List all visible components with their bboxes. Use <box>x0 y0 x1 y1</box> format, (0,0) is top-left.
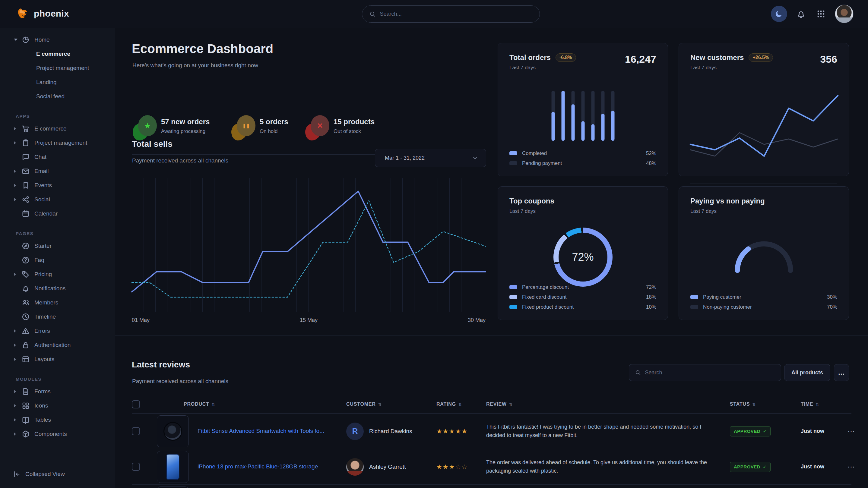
row-checkbox[interactable] <box>132 463 140 471</box>
table-row[interactable]: Fitbit Sense Advanced Smartwatch with To… <box>132 414 851 449</box>
main-content: Ecommerce Dashboard Here's what's going … <box>115 28 868 488</box>
page-title: Ecommerce Dashboard <box>132 42 273 56</box>
product-link[interactable]: Fitbit Sense Advanced Smartwatch with To… <box>197 428 332 434</box>
sidebar-item-notifications[interactable]: Notifications <box>0 281 115 295</box>
star-icon: ★ <box>144 121 151 131</box>
column-label: PRODUCT <box>184 401 209 407</box>
sidebar-item-home[interactable]: Home <box>0 33 115 47</box>
row-select-cell <box>132 427 157 435</box>
sidebar: HomeE commerceProject managementLandingS… <box>0 28 115 488</box>
caret-right-icon <box>14 198 16 201</box>
table-row[interactable]: iPhone 13 pro max-Pacific Blue-128GB sto… <box>132 449 851 485</box>
trend-badge: +26.5% <box>749 53 773 62</box>
column-header-customer: CUSTOMER⇅ <box>346 401 436 407</box>
product-link[interactable]: iPhone 13 pro max-Pacific Blue-128GB sto… <box>197 463 325 469</box>
all-products-button[interactable]: All products <box>784 364 830 381</box>
status-stat: ★57 new ordersAwating processing <box>133 115 210 140</box>
donut-center-value: 72% <box>553 228 613 287</box>
theme-toggle-button[interactable] <box>771 6 787 22</box>
order-bar-track <box>591 91 594 141</box>
latest-reviews-title: Latest reviews <box>132 360 190 369</box>
order-bar-track <box>581 91 585 141</box>
sidebar-item-timeline[interactable]: Timeline <box>0 310 115 324</box>
sidebar-item-e-commerce[interactable]: E commerce <box>0 122 115 136</box>
sidebar-item-layouts[interactable]: Layouts <box>0 352 115 366</box>
sidebar-item-faq[interactable]: Faq <box>0 253 115 267</box>
global-search[interactable] <box>362 5 540 23</box>
gauge-fill <box>737 249 748 270</box>
legend-value: 48% <box>646 160 656 166</box>
brand[interactable]: phoenix <box>16 7 69 21</box>
order-bar-track <box>601 91 604 141</box>
latest-reviews-subtitle: Payment received across all channels <box>132 378 228 385</box>
sidebar-item-label: Errors <box>34 328 50 334</box>
sort-icon[interactable]: ⇅ <box>509 402 513 406</box>
apps-grid-button[interactable] <box>815 8 827 20</box>
total-sells-subtitle: Payment received across all channels <box>132 157 228 164</box>
legend-value: 52% <box>646 151 656 157</box>
sidebar-item-social-feed[interactable]: Social feed <box>0 89 115 103</box>
search-icon <box>635 369 641 376</box>
sidebar-item-label: Timeline <box>34 314 56 320</box>
sidebar-item-email[interactable]: Email <box>0 164 115 178</box>
reviews-menu-button[interactable]: ... <box>834 364 849 381</box>
total-orders-value: 16,247 <box>625 53 656 65</box>
new-customers-value: 356 <box>820 53 837 65</box>
sidebar-item-label: Email <box>34 168 49 174</box>
stat-circle-shape: ★ <box>138 115 157 136</box>
sidebar-item-errors[interactable]: Errors <box>0 324 115 338</box>
sort-icon[interactable]: ⇅ <box>212 402 215 406</box>
user-avatar[interactable] <box>835 4 854 23</box>
customers-series-current <box>690 96 838 156</box>
date-range-select[interactable]: Mar 1 - 31, 2022 <box>375 149 486 167</box>
pause-icon: ❚❚ <box>242 123 250 128</box>
sidebar-item-e-commerce[interactable]: E commerce <box>0 47 115 61</box>
row-checkbox[interactable] <box>132 427 140 435</box>
legend-label: Completed <box>522 151 547 157</box>
legend-swatch <box>509 305 517 309</box>
legend-swatch <box>509 161 517 165</box>
sidebar-item-tables[interactable]: Tables <box>0 413 115 427</box>
row-menu-button[interactable]: ⋯ <box>847 463 855 471</box>
product-thumbnail <box>157 487 189 488</box>
sidebar-item-label: Layouts <box>34 356 55 363</box>
sidebar-item-members[interactable]: Members <box>0 295 115 310</box>
sidebar-item-landing[interactable]: Landing <box>0 75 115 89</box>
tag-icon <box>22 270 30 278</box>
sidebar-item-events[interactable]: Events <box>0 178 115 192</box>
reviews-search-input[interactable] <box>645 369 775 376</box>
check-icon: ✓ <box>763 429 767 434</box>
row-menu-button[interactable]: ⋯ <box>847 427 855 435</box>
sidebar-item-social[interactable]: Social <box>0 192 115 206</box>
sidebar-item-project-management[interactable]: Project management <box>0 136 115 150</box>
envelope-icon <box>22 167 30 175</box>
sort-icon[interactable]: ⇅ <box>459 402 462 406</box>
sidebar-item-components[interactable]: Components <box>0 427 115 441</box>
sidebar-item-project-management[interactable]: Project management <box>0 61 115 75</box>
reviews-search[interactable] <box>629 364 781 381</box>
sort-icon[interactable]: ⇅ <box>815 402 819 406</box>
sort-icon[interactable]: ⇅ <box>752 402 756 406</box>
sidebar-item-calendar[interactable]: Calendar <box>0 206 115 221</box>
legend-value: 18% <box>646 294 656 300</box>
collapsed-view-toggle[interactable]: Collapsed View <box>0 460 115 488</box>
sidebar-item-chat[interactable]: Chat <box>0 150 115 164</box>
sidebar-item-pricing[interactable]: Pricing <box>0 267 115 281</box>
caret-right-icon <box>14 404 16 408</box>
global-search-input[interactable] <box>380 11 532 17</box>
total-sells-x-axis: 01 May15 May30 May <box>132 317 486 323</box>
legend-row: Fixed product discount10% <box>509 302 656 312</box>
table-row[interactable] <box>132 485 851 488</box>
status-badge: APPROVED ✓ <box>730 426 771 436</box>
review-text: This Fitbit is fantastic! I was trying t… <box>486 423 730 440</box>
moon-icon <box>775 10 783 18</box>
question-icon <box>22 256 30 264</box>
sort-icon[interactable]: ⇅ <box>378 402 382 406</box>
sidebar-item-forms[interactable]: Forms <box>0 384 115 398</box>
select-all-checkbox[interactable] <box>132 400 140 409</box>
notifications-button[interactable] <box>795 8 807 20</box>
sidebar-item-starter[interactable]: Starter <box>0 239 115 253</box>
sidebar-item-icons[interactable]: Icons <box>0 398 115 413</box>
caret-right-icon <box>14 357 16 361</box>
sidebar-item-authentication[interactable]: Authentication <box>0 338 115 352</box>
